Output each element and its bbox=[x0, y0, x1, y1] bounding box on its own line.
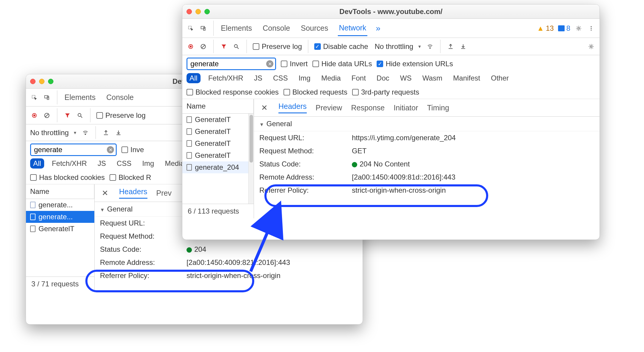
type-wasm[interactable]: Wasm bbox=[419, 73, 445, 83]
name-scrollbar[interactable] bbox=[248, 114, 254, 204]
clear-filter-icon[interactable]: ✕ bbox=[107, 146, 114, 153]
request-row[interactable]: generate... bbox=[26, 199, 94, 211]
filter-input[interactable]: ✕ bbox=[30, 143, 117, 156]
wifi-icon[interactable] bbox=[81, 129, 90, 137]
clear-icon[interactable] bbox=[43, 111, 51, 120]
disable-cache-checkbox[interactable]: Disable cache bbox=[314, 42, 368, 51]
download-icon[interactable] bbox=[114, 129, 123, 137]
invert-checkbox[interactable]: Inve bbox=[121, 146, 144, 154]
type-css[interactable]: CSS bbox=[270, 73, 291, 83]
status-dot-icon bbox=[352, 162, 357, 167]
request-row[interactable]: generate_204 bbox=[182, 161, 248, 173]
svg-point-23 bbox=[429, 47, 430, 48]
svg-point-24 bbox=[590, 46, 592, 47]
close-detail-icon[interactable]: ✕ bbox=[100, 189, 110, 198]
general-section[interactable]: General bbox=[254, 117, 600, 131]
upload-icon[interactable] bbox=[102, 129, 110, 137]
type-font[interactable]: Font bbox=[349, 73, 369, 83]
inspect-icon[interactable] bbox=[187, 24, 195, 33]
blocked-cookies-checkbox[interactable]: Has blocked cookies bbox=[30, 173, 105, 182]
tab-elements[interactable]: Elements bbox=[220, 21, 253, 35]
tab-console[interactable]: Console bbox=[105, 90, 135, 105]
preserve-log-checkbox[interactable]: Preserve log bbox=[253, 42, 302, 51]
request-row[interactable]: GeneratelT bbox=[182, 138, 248, 149]
preserve-log-checkbox[interactable]: Preserve log bbox=[96, 111, 146, 120]
detail-tab-initiator[interactable]: Initiator bbox=[394, 104, 418, 112]
name-column-header[interactable]: Name bbox=[182, 99, 254, 114]
type-fetch[interactable]: Fetch/XHR bbox=[205, 73, 246, 83]
invert-checkbox[interactable]: Invert bbox=[281, 60, 308, 68]
svg-point-9 bbox=[85, 134, 86, 135]
device-toggle-icon[interactable] bbox=[43, 93, 51, 102]
search-icon[interactable] bbox=[76, 111, 84, 120]
tab-elements[interactable]: Elements bbox=[63, 90, 97, 105]
type-img[interactable]: Img bbox=[139, 158, 157, 169]
filter-row: ✕ Invert Hide data URLs Hide extension U… bbox=[182, 55, 600, 72]
request-row[interactable]: GeneratelT bbox=[26, 223, 94, 235]
request-row[interactable]: GeneratelT bbox=[182, 126, 248, 138]
type-all[interactable]: All bbox=[30, 158, 44, 169]
type-fetch[interactable]: Fetch/XHR bbox=[49, 158, 90, 169]
search-icon[interactable] bbox=[232, 42, 241, 51]
inspect-icon[interactable] bbox=[30, 93, 38, 102]
type-img[interactable]: Img bbox=[295, 73, 313, 83]
request-row[interactable]: GeneratelT bbox=[182, 114, 248, 126]
throttle-select[interactable]: No throttling bbox=[30, 129, 77, 137]
detail-tab-timing[interactable]: Timing bbox=[427, 104, 449, 112]
clear-filter-icon[interactable]: ✕ bbox=[266, 60, 273, 67]
svg-point-13 bbox=[578, 27, 580, 29]
request-row[interactable]: GeneratelT bbox=[182, 149, 248, 161]
request-row[interactable]: generate... bbox=[26, 211, 94, 223]
detail-tab-preview[interactable]: Prev bbox=[156, 189, 172, 197]
filter-text[interactable] bbox=[190, 60, 265, 68]
type-manifest[interactable]: Manifest bbox=[450, 73, 483, 83]
request-method-row: Request Method:GET bbox=[254, 144, 600, 158]
name-column-header[interactable]: Name bbox=[26, 184, 94, 199]
clear-icon[interactable] bbox=[199, 42, 207, 51]
tab-network[interactable]: Network bbox=[338, 21, 368, 36]
hide-data-urls-checkbox[interactable]: Hide data URLs bbox=[312, 60, 372, 68]
request-url-row: Request URL:https://i.ytimg.com/generate… bbox=[254, 131, 600, 144]
close-detail-icon[interactable]: ✕ bbox=[259, 103, 269, 112]
svg-point-16 bbox=[591, 30, 591, 30]
filter-input[interactable]: ✕ bbox=[187, 58, 276, 70]
warnings-badge[interactable]: ▲13 bbox=[537, 24, 554, 33]
hide-extension-urls-checkbox[interactable]: Hide extension URLs bbox=[377, 60, 453, 68]
blocked-requests-checkbox[interactable]: Blocked R bbox=[110, 173, 151, 182]
type-all[interactable]: All bbox=[187, 73, 201, 83]
referrer-policy-row: Referrer Policy:strict-origin-when-cross… bbox=[95, 269, 363, 282]
filter-icon[interactable] bbox=[220, 42, 228, 51]
upload-icon[interactable] bbox=[446, 42, 455, 51]
type-js[interactable]: JS bbox=[251, 73, 265, 83]
third-party-checkbox[interactable]: 3rd-party requests bbox=[352, 88, 419, 96]
svg-line-6 bbox=[45, 114, 49, 117]
throttle-select[interactable]: No throttling bbox=[375, 42, 421, 51]
more-icon[interactable] bbox=[587, 24, 595, 33]
filter-icon[interactable] bbox=[63, 111, 72, 120]
wifi-icon[interactable] bbox=[426, 42, 434, 51]
settings-icon[interactable] bbox=[587, 42, 595, 51]
detail-tab-headers[interactable]: Headers bbox=[278, 102, 307, 113]
blocked-cookies-checkbox[interactable]: Blocked response cookies bbox=[187, 88, 279, 96]
type-doc[interactable]: Doc bbox=[374, 73, 392, 83]
type-other[interactable]: Other bbox=[488, 73, 512, 83]
type-ws[interactable]: WS bbox=[397, 73, 415, 83]
titlebar[interactable]: DevTools - www.youtube.com/ bbox=[182, 4, 600, 19]
type-js[interactable]: JS bbox=[95, 158, 109, 169]
settings-icon[interactable] bbox=[574, 24, 583, 33]
detail-tab-headers[interactable]: Headers bbox=[119, 187, 147, 199]
blocked-requests-checkbox[interactable]: Blocked requests bbox=[284, 88, 347, 96]
type-media[interactable]: Media bbox=[318, 73, 343, 83]
device-toggle-icon[interactable] bbox=[199, 24, 207, 33]
type-css[interactable]: CSS bbox=[114, 158, 134, 169]
tabs-overflow-icon[interactable]: » bbox=[376, 24, 380, 33]
record-icon[interactable] bbox=[30, 111, 38, 120]
detail-tab-preview[interactable]: Preview bbox=[316, 104, 342, 112]
tab-console[interactable]: Console bbox=[261, 21, 291, 35]
tab-sources[interactable]: Sources bbox=[300, 21, 329, 35]
filter-text[interactable] bbox=[34, 146, 106, 154]
detail-tab-response[interactable]: Response bbox=[351, 104, 385, 112]
record-icon[interactable] bbox=[187, 42, 195, 51]
download-icon[interactable] bbox=[459, 42, 467, 51]
messages-badge[interactable]: 8 bbox=[558, 24, 570, 33]
